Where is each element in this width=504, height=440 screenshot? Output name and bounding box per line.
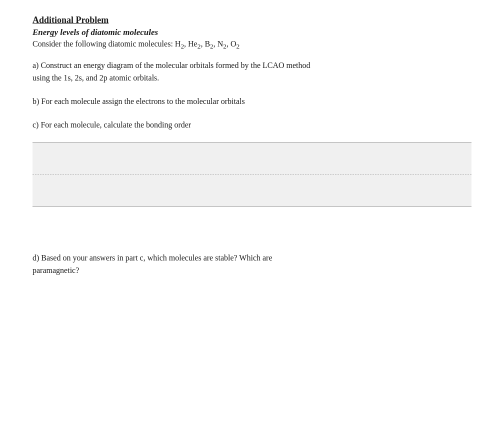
question-d: d) Based on your answers in part c, whic… xyxy=(32,252,472,277)
question-d-text: d) Based on your answers in part c, whic… xyxy=(32,252,472,277)
question-b: b) For each molecule assign the electron… xyxy=(32,96,472,108)
question-b-text: b) For each molecule assign the electron… xyxy=(32,96,472,108)
question-a-text: a) Construct an energy diagram of the mo… xyxy=(32,60,472,84)
question-a: a) Construct an energy diagram of the mo… xyxy=(32,60,472,84)
page: Additional Problem Energy levels of diat… xyxy=(0,0,504,440)
page-subtitle: Energy levels of diatomic molecules xyxy=(32,28,472,38)
spacer xyxy=(32,212,472,252)
dashed-divider xyxy=(32,174,472,175)
question-c: c) For each molecule, calculate the bond… xyxy=(32,119,472,132)
question-c-text: c) For each molecule, calculate the bond… xyxy=(32,119,472,132)
page-title: Additional Problem xyxy=(32,15,472,26)
intro-text: Consider the following diatomic molecule… xyxy=(32,40,472,50)
answer-work-area[interactable] xyxy=(32,142,472,207)
